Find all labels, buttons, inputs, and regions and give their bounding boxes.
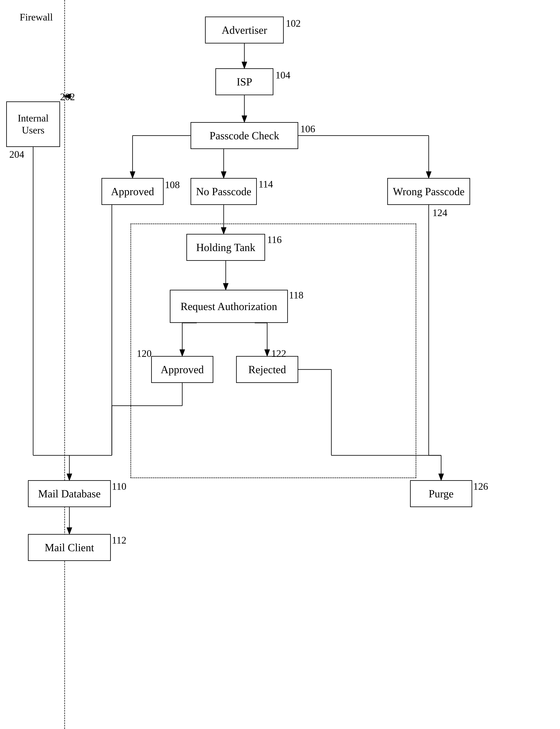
ref-106: 106 [300, 123, 315, 135]
ref-124: 124 [432, 207, 447, 218]
rejected-label: Rejected [248, 364, 286, 376]
ref-104: 104 [275, 69, 290, 81]
ref-120: 120 [137, 348, 152, 359]
firewall-line [64, 0, 65, 729]
no-passcode-label: No Passcode [196, 186, 251, 198]
mail-client-label: Mail Client [45, 541, 94, 554]
diagram: Firewall 202 Internal Users 204 Advertis… [0, 0, 560, 729]
approved1-label: Approved [111, 186, 154, 198]
advertiser-label: Advertiser [222, 24, 267, 36]
ref-114: 114 [258, 179, 273, 190]
approved1-box: Approved [101, 178, 164, 205]
passcode-check-label: Passcode Check [210, 130, 279, 142]
ref-202: 202 [60, 91, 75, 103]
isp-label: ISP [237, 76, 252, 88]
ref-122: 122 [271, 348, 286, 359]
request-auth-label: Request Authorization [181, 300, 277, 313]
mail-database-label: Mail Database [38, 488, 101, 500]
firewall-label: Firewall [20, 11, 53, 23]
ref-204: 204 [9, 149, 24, 160]
purge-label: Purge [429, 488, 454, 500]
internal-users-label: Internal Users [18, 112, 48, 136]
ref-110: 110 [112, 481, 126, 492]
ref-108: 108 [165, 179, 180, 191]
ref-116: 116 [267, 234, 282, 245]
ref-126: 126 [473, 481, 488, 492]
purge-box: Purge [410, 480, 472, 507]
passcode-check-box: Passcode Check [191, 122, 298, 149]
wrong-passcode-label: Wrong Passcode [393, 186, 465, 198]
wrong-passcode-box: Wrong Passcode [387, 178, 470, 205]
ref-118: 118 [289, 289, 303, 301]
internal-users-box: Internal Users [6, 101, 60, 147]
rejected-box: Rejected [236, 356, 298, 383]
ref-112: 112 [112, 534, 126, 546]
no-passcode-box: No Passcode [191, 178, 257, 205]
holding-tank-box: Holding Tank [186, 234, 265, 261]
mail-client-box: Mail Client [28, 534, 111, 561]
request-auth-box: Request Authorization [170, 290, 288, 323]
approved2-label: Approved [161, 364, 204, 376]
isp-box: ISP [215, 68, 273, 95]
mail-database-box: Mail Database [28, 480, 111, 507]
approved2-box: Approved [151, 356, 213, 383]
ref-102: 102 [286, 18, 301, 29]
holding-tank-label: Holding Tank [196, 241, 255, 254]
advertiser-box: Advertiser [205, 17, 284, 43]
